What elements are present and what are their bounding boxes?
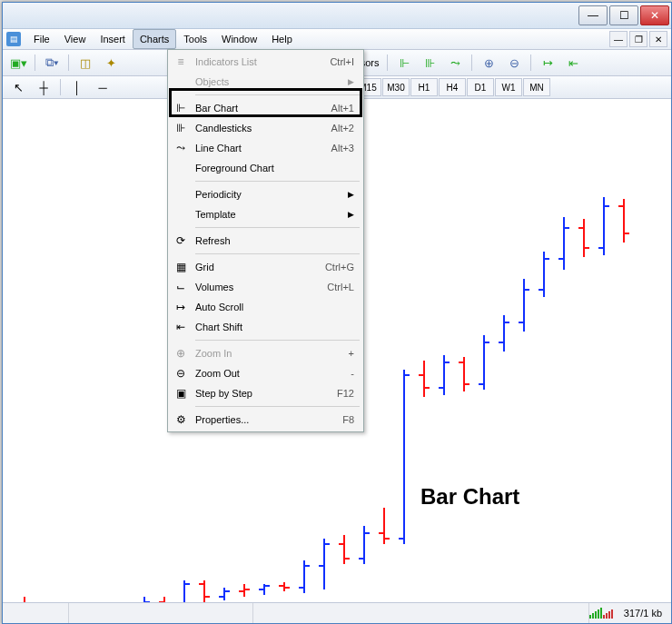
menu-item-indicators-list: ≡Indicators ListCtrl+I bbox=[170, 52, 361, 72]
bar-chart-button[interactable]: ⊩ bbox=[392, 53, 416, 73]
timeframe-h4[interactable]: H4 bbox=[439, 78, 466, 96]
candlestick-button[interactable]: ⊪ bbox=[418, 53, 441, 73]
menu-item-zoom-in: ⊕Zoom In+ bbox=[170, 343, 361, 363]
navigator-button[interactable]: ✦ bbox=[99, 53, 123, 73]
horizontal-line-button[interactable]: ─ bbox=[91, 77, 114, 97]
annotation-label: Bar Chart bbox=[420, 484, 519, 510]
menu-item-template[interactable]: Template▶ bbox=[170, 204, 361, 224]
titlebar: — ☐ ✕ bbox=[3, 3, 671, 29]
app-icon: ▤ bbox=[6, 32, 21, 46]
menu-file[interactable]: File bbox=[26, 29, 57, 49]
auto-scroll-button[interactable]: ↦ bbox=[536, 53, 559, 73]
timeframe-mn[interactable]: MN bbox=[523, 78, 550, 96]
menu-item-zoom-out[interactable]: ⊖Zoom Out- bbox=[170, 363, 361, 383]
timeframe-d1[interactable]: D1 bbox=[467, 78, 494, 96]
charts-menu-dropdown: ≡Indicators ListCtrl+IObjects▶⊩Bar Chart… bbox=[167, 49, 364, 432]
menu-item-foreground-chart[interactable]: Foreground Chart bbox=[170, 158, 361, 178]
zoom-out-button[interactable]: ⊖ bbox=[502, 53, 526, 73]
window-close-button[interactable]: ✕ bbox=[640, 5, 669, 25]
window-minimize-button[interactable]: — bbox=[578, 5, 608, 25]
line-chart-button[interactable]: ⤳ bbox=[443, 53, 467, 73]
menu-item-periodicity[interactable]: Periodicity▶ bbox=[170, 184, 361, 204]
menu-item-step-by-step[interactable]: ▣Step by StepF12 bbox=[170, 383, 361, 403]
vertical-line-button[interactable]: │ bbox=[65, 77, 89, 97]
connection-icon bbox=[589, 608, 620, 619]
menubar: ▤ FileViewInsertChartsToolsWindowHelp — … bbox=[3, 29, 671, 50]
statusbar: 317/1 kb bbox=[3, 602, 671, 623]
timeframe-h1[interactable]: H1 bbox=[410, 78, 438, 96]
menu-insert[interactable]: Insert bbox=[93, 29, 133, 49]
menu-item-auto-scroll[interactable]: ↦Auto Scroll bbox=[170, 297, 361, 317]
menu-item-objects: Objects▶ bbox=[170, 72, 361, 92]
zoom-in-button[interactable]: ⊕ bbox=[477, 53, 500, 73]
menu-item-line-chart[interactable]: ⤳Line ChartAlt+3 bbox=[170, 138, 361, 158]
cursor-button[interactable]: ↖ bbox=[6, 77, 30, 97]
menu-help[interactable]: Help bbox=[264, 29, 300, 49]
timeframe-m30[interactable]: M30 bbox=[382, 78, 410, 96]
profiles-button[interactable]: ⧉▾ bbox=[40, 53, 64, 73]
chart-shift-button[interactable]: ⇤ bbox=[561, 53, 585, 73]
window-maximize-button[interactable]: ☐ bbox=[609, 5, 638, 25]
menu-view[interactable]: View bbox=[57, 29, 94, 49]
mdi-minimize-button[interactable]: — bbox=[609, 31, 628, 47]
market-watch-button[interactable]: ◫ bbox=[74, 53, 97, 73]
menu-item-bar-chart[interactable]: ⊩Bar ChartAlt+1 bbox=[170, 98, 361, 118]
mdi-restore-button[interactable]: ❐ bbox=[629, 31, 647, 47]
crosshair-button[interactable]: ┼ bbox=[32, 77, 55, 97]
app-window: — ☐ ✕ ▤ FileViewInsertChartsToolsWindowH… bbox=[2, 2, 672, 624]
menu-charts[interactable]: Charts bbox=[133, 29, 176, 49]
mdi-close-button[interactable]: ✕ bbox=[649, 31, 667, 47]
menu-item-refresh[interactable]: ⟳Refresh bbox=[170, 231, 361, 251]
menu-item-volumes[interactable]: ⌙VolumesCtrl+L bbox=[170, 277, 361, 297]
menu-tools[interactable]: Tools bbox=[176, 29, 214, 49]
menu-item-grid[interactable]: ▦GridCtrl+G bbox=[170, 257, 361, 277]
new-chart-button[interactable]: ▣▾ bbox=[6, 53, 30, 73]
menu-window[interactable]: Window bbox=[214, 29, 264, 49]
timeframe-w1[interactable]: W1 bbox=[495, 78, 522, 96]
menu-item-chart-shift[interactable]: ⇤Chart Shift bbox=[170, 317, 361, 337]
connection-label: 317/1 kb bbox=[624, 608, 671, 619]
menu-item-properties[interactable]: ⚙Properties...F8 bbox=[170, 410, 361, 430]
menu-item-candlesticks[interactable]: ⊪CandlesticksAlt+2 bbox=[170, 118, 361, 138]
